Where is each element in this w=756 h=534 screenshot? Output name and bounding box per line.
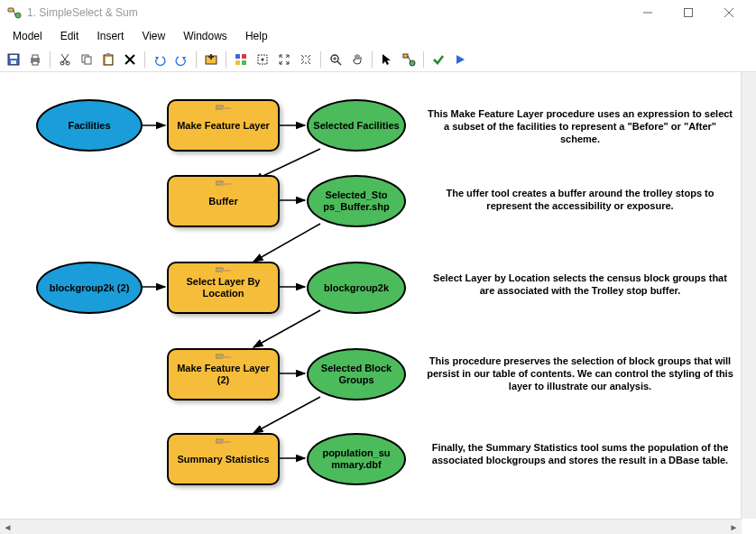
node-label: Selected_Sto ps_Buffer.shp <box>312 189 401 212</box>
paste-icon[interactable] <box>98 50 118 69</box>
node-label: population_su mmary.dbf <box>312 447 401 470</box>
scroll-right-icon[interactable]: ► <box>726 520 742 535</box>
vertical-scrollbar[interactable] <box>741 72 756 519</box>
menu-help[interactable]: Help <box>236 27 277 45</box>
scroll-left-icon[interactable]: ◄ <box>0 520 15 535</box>
svg-rect-22 <box>235 54 240 59</box>
maximize-button[interactable] <box>668 0 708 25</box>
menu-windows[interactable]: Windows <box>174 27 236 45</box>
delete-icon[interactable] <box>120 50 140 69</box>
svg-rect-54 <box>221 441 231 443</box>
svg-rect-0 <box>8 8 14 12</box>
node-label: Make Feature Layer (2) <box>174 363 272 385</box>
tool-summary-statistics[interactable]: Summary Statistics <box>167 433 280 485</box>
node-label: Facilities <box>68 120 110 132</box>
connect-icon[interactable] <box>399 50 419 69</box>
svg-rect-46 <box>221 107 231 109</box>
svg-line-38 <box>254 224 320 262</box>
menu-view[interactable]: View <box>133 27 174 45</box>
titlebar: 1. SimpleSelect & Sum <box>0 0 756 25</box>
add-data-icon[interactable] <box>201 50 221 69</box>
svg-rect-23 <box>242 54 246 59</box>
node-selected-block-groups[interactable]: Selected Block Groups <box>307 348 406 400</box>
select-icon[interactable] <box>377 50 397 69</box>
svg-rect-25 <box>242 60 246 65</box>
svg-point-1 <box>15 13 21 18</box>
description-4: This procedure preserves the selection o… <box>427 355 733 392</box>
auto-layout-icon[interactable] <box>231 50 251 69</box>
description-1: This Make Feature Layer procedure uses a… <box>427 108 733 145</box>
pan-icon[interactable] <box>347 50 367 69</box>
run-icon[interactable] <box>450 50 470 69</box>
fixed-zoom-out-icon[interactable] <box>296 50 316 69</box>
menubar: Model Edit Insert View Windows Help <box>0 25 756 47</box>
svg-rect-3 <box>684 9 692 17</box>
node-label: blockgroup2k (2) <box>50 282 130 294</box>
svg-rect-10 <box>32 55 38 59</box>
node-blockgroup2k-2[interactable]: blockgroup2k (2) <box>36 262 143 314</box>
node-selected-stops-buffer[interactable]: Selected_Sto ps_Buffer.shp <box>307 175 406 227</box>
node-label: blockgroup2k <box>324 282 389 294</box>
tool-hammer-icon <box>216 266 232 280</box>
svg-rect-48 <box>221 183 231 185</box>
svg-rect-7 <box>10 55 17 59</box>
svg-rect-15 <box>85 57 91 64</box>
menu-edit[interactable]: Edit <box>51 27 88 45</box>
window-title: 1. SimpleSelect & Sum <box>27 6 138 19</box>
description-5: Finally, the Summary Statistics tool sum… <box>427 442 733 467</box>
description-3: Select Layer by Location selects the cen… <box>427 272 733 298</box>
node-label: Selected Facilities <box>313 120 399 132</box>
tool-select-layer-by-location[interactable]: Select Layer By Location <box>167 262 280 314</box>
svg-rect-52 <box>221 356 231 358</box>
tool-hammer-icon <box>216 437 232 451</box>
svg-rect-50 <box>221 270 231 272</box>
svg-point-27 <box>262 58 264 60</box>
tool-hammer-icon <box>216 104 232 117</box>
zoom-in-icon[interactable] <box>326 50 346 69</box>
node-selected-facilities[interactable]: Selected Facilities <box>307 99 406 152</box>
tool-make-feature-layer-1[interactable]: Make Feature Layer <box>167 99 280 152</box>
svg-rect-17 <box>106 57 112 64</box>
horizontal-scrollbar[interactable]: ◄ ► <box>0 519 742 534</box>
svg-rect-32 <box>403 54 408 58</box>
tool-make-feature-layer-2[interactable]: Make Feature Layer (2) <box>167 348 280 400</box>
svg-rect-24 <box>235 60 240 65</box>
node-label: Summary Statistics <box>177 454 269 465</box>
node-population-summary[interactable]: population_su mmary.dbf <box>307 433 406 485</box>
node-label: Select Layer By Location <box>174 276 272 299</box>
description-2: The uffer tool creates a buffer around t… <box>427 188 733 213</box>
app-icon <box>7 5 22 20</box>
full-extent-icon[interactable] <box>253 50 272 69</box>
svg-rect-8 <box>11 60 16 64</box>
menu-insert[interactable]: Insert <box>88 27 133 45</box>
menu-model[interactable]: Model <box>4 27 51 45</box>
tool-buffer[interactable]: Buffer <box>167 175 280 227</box>
svg-rect-11 <box>32 61 38 65</box>
print-icon[interactable] <box>25 50 45 69</box>
fixed-zoom-in-icon[interactable] <box>274 50 294 69</box>
svg-line-29 <box>337 61 341 65</box>
node-label: Make Feature Layer <box>177 120 270 132</box>
svg-line-41 <box>254 310 320 347</box>
redo-icon[interactable] <box>171 50 191 69</box>
node-facilities[interactable]: Facilities <box>36 99 143 152</box>
close-button[interactable] <box>708 0 749 25</box>
validate-icon[interactable] <box>429 50 448 69</box>
node-blockgroup2k[interactable]: blockgroup2k <box>307 262 406 314</box>
node-label: Buffer <box>208 196 237 207</box>
model-canvas[interactable]: Facilities Make Feature Layer Selected F… <box>0 72 756 534</box>
undo-icon[interactable] <box>150 50 170 69</box>
toolbar <box>0 47 756 72</box>
copy-icon[interactable] <box>77 50 97 69</box>
cut-icon[interactable] <box>55 50 75 69</box>
node-label: Selected Block Groups <box>312 363 401 385</box>
minimize-button[interactable] <box>627 0 668 25</box>
svg-rect-18 <box>106 53 110 56</box>
tool-hammer-icon <box>216 353 232 366</box>
save-icon[interactable] <box>4 50 23 69</box>
svg-line-43 <box>254 397 320 433</box>
tool-hammer-icon <box>216 180 232 193</box>
